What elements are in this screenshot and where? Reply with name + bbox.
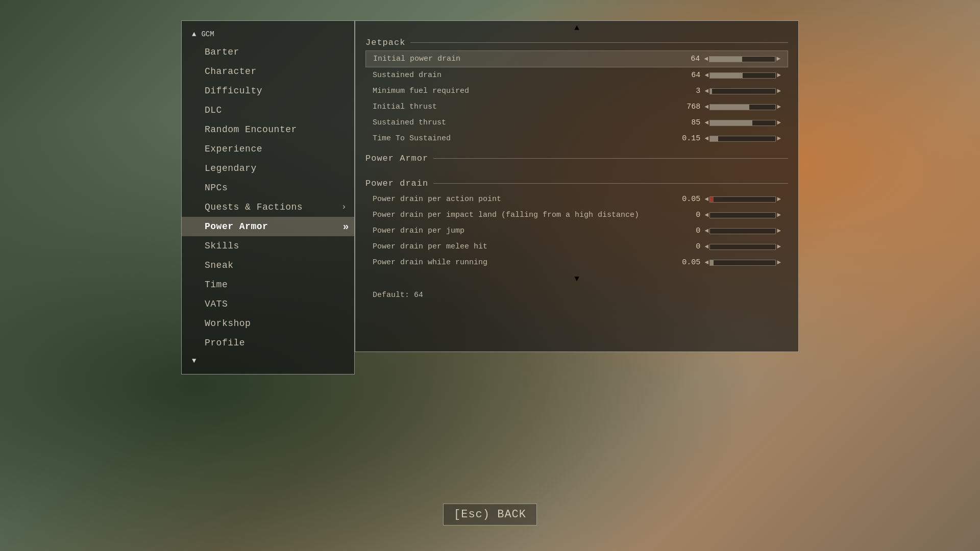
- slider-right-icon: ►: [777, 195, 781, 203]
- slider-right-icon: ►: [777, 103, 781, 111]
- slider-fill: [709, 57, 742, 62]
- slider-power-drain-impact[interactable]: ◄ ►: [704, 211, 781, 219]
- sidebar-item-quests-factions[interactable]: Quests & Factions ›: [182, 197, 354, 217]
- setting-row-min-fuel[interactable]: Minimum fuel required 3 ◄ ►: [365, 83, 788, 99]
- slider-track: [709, 244, 776, 250]
- slider-track: [709, 72, 776, 79]
- slider-right-icon: ►: [777, 87, 781, 95]
- right-settings-panel: ▲ Jetpack Initial power drain 64 ◄ ►: [355, 20, 799, 352]
- slider-min-fuel[interactable]: ◄ ►: [704, 87, 781, 95]
- setting-row-initial-thrust[interactable]: Initial thrust 768 ◄ ►: [365, 99, 788, 115]
- slider-right-icon: ►: [777, 119, 781, 127]
- slider-right-icon: ►: [776, 55, 780, 63]
- slider-fill: [710, 105, 749, 110]
- sidebar-item-time[interactable]: Time: [182, 275, 354, 294]
- sidebar-item-vats[interactable]: VATS: [182, 294, 354, 314]
- slider-right-icon: ►: [777, 259, 781, 266]
- slider-left-icon: ◄: [704, 195, 708, 203]
- slider-right-icon: ►: [777, 211, 781, 219]
- sidebar-item-difficulty[interactable]: Difficulty: [182, 81, 354, 101]
- setting-row-initial-power-drain[interactable]: Initial power drain 64 ◄ ►: [365, 51, 788, 67]
- slider-right-icon: ►: [777, 243, 781, 251]
- left-menu-panel: ▲ GCM Barter Character Difficulty DLC Ra…: [181, 20, 355, 374]
- slider-left-icon: ◄: [704, 71, 708, 79]
- slider-power-drain-jump[interactable]: ◄ ►: [704, 227, 781, 235]
- slider-right-icon: ►: [777, 71, 781, 79]
- slider-track: [709, 228, 776, 234]
- slider-right-icon: ►: [777, 135, 781, 142]
- slider-left-icon: ◄: [704, 55, 708, 63]
- setting-row-power-drain-jump[interactable]: Power drain per jump 0 ◄ ►: [365, 223, 788, 239]
- slider-sustained-thrust[interactable]: ◄ ►: [704, 119, 781, 127]
- jetpack-section-header: Jetpack: [365, 34, 788, 51]
- slider-right-icon: ►: [777, 227, 781, 235]
- slider-track: [709, 196, 776, 203]
- right-scroll-down[interactable]: ▼: [365, 274, 788, 284]
- setting-row-sustained-drain[interactable]: Sustained drain 64 ◄ ►: [365, 67, 788, 83]
- slider-track: [709, 136, 776, 142]
- slider-fill: [710, 136, 718, 141]
- slider-power-drain-ap[interactable]: ◄ ►: [704, 195, 781, 203]
- sidebar-item-skills[interactable]: Skills: [182, 236, 354, 256]
- slider-fill: [710, 260, 713, 265]
- slider-power-drain-running[interactable]: ◄ ►: [704, 259, 781, 266]
- scroll-up-arrow[interactable]: ▲ GCM: [182, 26, 354, 42]
- slider-track: [709, 56, 775, 62]
- slider-initial-thrust[interactable]: ◄ ►: [704, 103, 781, 111]
- slider-power-drain-melee[interactable]: ◄ ►: [704, 243, 781, 251]
- sidebar-item-experience[interactable]: Experience: [182, 139, 354, 159]
- slider-left-icon: ◄: [704, 103, 708, 111]
- slider-track: [709, 88, 776, 94]
- slider-left-icon: ◄: [704, 211, 708, 219]
- sidebar-item-profile[interactable]: Profile: [182, 333, 354, 353]
- slider-fill: [710, 89, 712, 94]
- scroll-down-arrow[interactable]: ▼: [182, 353, 354, 369]
- down-chevron-icon: ▼: [192, 357, 196, 365]
- slider-fill: [710, 197, 713, 202]
- setting-row-sustained-thrust[interactable]: Sustained thrust 85 ◄ ►: [365, 115, 788, 131]
- slider-fill: [710, 73, 743, 78]
- right-scroll-up[interactable]: ▲: [574, 23, 579, 33]
- sidebar-item-barter[interactable]: Barter: [182, 42, 354, 62]
- slider-left-icon: ◄: [704, 135, 708, 142]
- default-value-text: Default: 64: [365, 284, 788, 302]
- sidebar-item-workshop[interactable]: Workshop: [182, 314, 354, 333]
- setting-row-power-drain-impact[interactable]: Power drain per impact land (falling fro…: [365, 207, 788, 223]
- right-up-icon: ▲: [574, 23, 579, 33]
- slider-initial-power-drain[interactable]: ◄ ►: [704, 55, 780, 63]
- sidebar-item-random-encounter[interactable]: Random Encounter: [182, 120, 354, 139]
- right-down-icon: ▼: [574, 274, 579, 284]
- slider-track: [709, 120, 776, 126]
- setting-row-power-drain-melee[interactable]: Power drain per melee hit 0 ◄ ►: [365, 239, 788, 255]
- sidebar-item-npcs[interactable]: NPCs: [182, 178, 354, 197]
- setting-row-time-to-sustained[interactable]: Time To Sustained 0.15 ◄ ►: [365, 131, 788, 146]
- slider-track: [709, 104, 776, 110]
- power-drain-section-header: Power drain: [365, 174, 788, 191]
- setting-row-power-drain-action-point[interactable]: Power drain per action point 0.05 ◄ ►: [365, 191, 788, 207]
- sidebar-item-dlc[interactable]: DLC: [182, 101, 354, 120]
- sidebar-item-sneak[interactable]: Sneak: [182, 256, 354, 275]
- slider-left-icon: ◄: [704, 243, 708, 251]
- slider-left-icon: ◄: [704, 87, 708, 95]
- slider-time-to-sustained[interactable]: ◄ ►: [704, 135, 781, 142]
- sidebar-item-character[interactable]: Character: [182, 62, 354, 81]
- arrow-right-icon: ›: [341, 203, 347, 212]
- slider-track: [709, 260, 776, 266]
- up-chevron-icon: ▲: [192, 30, 196, 38]
- slider-left-icon: ◄: [704, 119, 708, 127]
- slider-left-icon: ◄: [704, 227, 708, 235]
- slider-track: [709, 212, 776, 218]
- slider-left-icon: ◄: [704, 259, 708, 266]
- sidebar-item-legendary[interactable]: Legendary: [182, 159, 354, 178]
- sidebar-item-power-armor[interactable]: Power Armor: [182, 217, 354, 236]
- gcm-label: GCM: [201, 30, 214, 38]
- setting-row-power-drain-running[interactable]: Power drain while running 0.05 ◄ ►: [365, 255, 788, 270]
- slider-sustained-drain[interactable]: ◄ ►: [704, 71, 781, 79]
- slider-fill: [710, 120, 752, 126]
- power-armor-section-header: Power Armor: [365, 149, 788, 166]
